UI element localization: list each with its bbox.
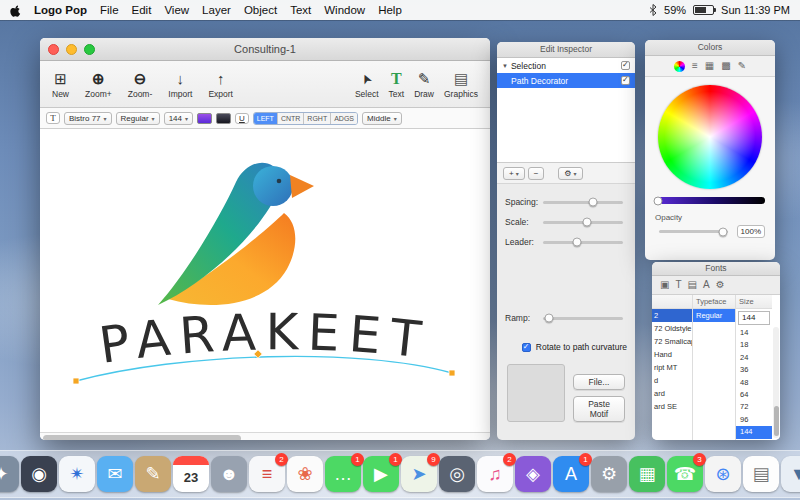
document-canvas[interactable]: PARAKEET	[40, 129, 490, 432]
dock-textedit[interactable]: ▤	[743, 456, 779, 492]
font-family-row[interactable]: ard	[652, 387, 692, 400]
toolbar-button[interactable]: ↓ Import	[168, 70, 192, 99]
size-input-field[interactable]: 144	[738, 311, 770, 325]
opacity-value-field[interactable]: 100%	[737, 225, 765, 238]
color-spectrum-tab-icon[interactable]	[721, 59, 730, 73]
dock-photo-booth[interactable]: ◉	[21, 456, 57, 492]
slider-thumb[interactable]	[583, 218, 592, 227]
font-style-select[interactable]: Regular	[116, 112, 160, 125]
color-wheel[interactable]	[658, 85, 762, 189]
brightness-slider[interactable]	[655, 197, 765, 204]
dock-settings[interactable]: ⚙	[591, 456, 627, 492]
font-size-row[interactable]: 144	[736, 426, 772, 438]
panel-title[interactable]: Colors	[645, 40, 775, 56]
fonts-collections-icon[interactable]	[660, 278, 669, 292]
menu-bar-clock[interactable]: Sun 11:39 PM	[721, 4, 790, 16]
font-family-row[interactable]: ript MT	[652, 361, 692, 374]
fonts-size-icon[interactable]	[703, 278, 710, 292]
color-pencils-tab-icon[interactable]	[738, 59, 746, 73]
font-family-row[interactable]: 72 Oldstyle	[652, 322, 692, 335]
toolbar-button[interactable]: ➤ Select	[355, 70, 379, 99]
font-family-row[interactable]: ard SE	[652, 400, 692, 413]
list-item-path-decorator[interactable]: Path Decorator	[497, 73, 635, 88]
dock-facetime[interactable]: ▶ 1	[363, 456, 399, 492]
dock-podcasts[interactable]: ◈	[515, 456, 551, 492]
menu-item[interactable]: Object	[244, 4, 277, 16]
panel-title[interactable]: Fonts	[652, 262, 780, 276]
paste-motif-button[interactable]: Paste Motif	[573, 396, 625, 422]
font-size-select[interactable]: 144	[164, 112, 193, 125]
toolbar-button[interactable]: ⊞ New	[52, 70, 69, 99]
font-size-row[interactable]: 24	[736, 352, 772, 364]
dock-itunes[interactable]: ♫ 2	[477, 456, 513, 492]
fonts-actions-icon[interactable]	[716, 278, 725, 292]
toolbar-button[interactable]: T Text	[389, 70, 405, 99]
slider-thumb[interactable]	[654, 196, 663, 205]
color-sliders-tab-icon[interactable]	[692, 59, 698, 73]
vertical-scrollbar[interactable]	[773, 327, 779, 438]
dock-numbers[interactable]: ▦	[629, 456, 665, 492]
scrollbar-thumb[interactable]	[774, 406, 779, 436]
dock-maps[interactable]: ➤ 9	[401, 456, 437, 492]
slider-thumb[interactable]	[718, 227, 727, 236]
stroke-color-well[interactable]	[216, 113, 231, 124]
slider[interactable]	[543, 221, 623, 224]
dock-calendar[interactable]: 23	[173, 456, 209, 492]
app-menu[interactable]: Logo Pop	[34, 4, 87, 16]
opacity-slider[interactable]	[659, 230, 728, 233]
font-size-row[interactable]: 36	[736, 364, 772, 376]
font-family-select[interactable]: Bistro 77	[64, 112, 112, 125]
font-size-row[interactable]: 72	[736, 401, 772, 413]
scrollbar-thumb[interactable]	[43, 435, 241, 440]
fonts-text-icon[interactable]	[675, 278, 681, 292]
visibility-checkbox[interactable]	[621, 61, 630, 70]
alignment-option[interactable]: LEFT	[254, 113, 278, 124]
window-titlebar[interactable]: Consulting-1	[40, 38, 490, 61]
list-item-selection[interactable]: ▼ Selection	[497, 58, 635, 73]
disclosure-triangle-icon[interactable]: ▼	[502, 63, 508, 69]
dock-messages[interactable]: … 1	[325, 456, 361, 492]
dock-browser[interactable]: ⊛	[705, 456, 741, 492]
logo-text[interactable]: PARAKEET	[96, 303, 433, 375]
dock-safari[interactable]: ✴	[59, 456, 95, 492]
dock-reminders[interactable]: ≡ 2	[249, 456, 285, 492]
dock-phone[interactable]: ☎ 3	[667, 456, 703, 492]
dock-notes[interactable]: ✎	[135, 456, 171, 492]
font-size-row[interactable]: 18	[736, 339, 772, 351]
menu-item[interactable]: File	[100, 4, 119, 16]
menu-item[interactable]: View	[164, 4, 189, 16]
color-wheel-tab-icon[interactable]	[674, 61, 685, 72]
toolbar-button[interactable]: ✎ Draw	[414, 70, 434, 99]
remove-decorator-button[interactable]: −	[528, 167, 545, 180]
slider-thumb[interactable]	[545, 314, 554, 323]
horizontal-scrollbar[interactable]	[40, 432, 490, 440]
slider[interactable]	[543, 201, 623, 204]
font-family-row[interactable]: 2	[652, 309, 692, 322]
font-family-row[interactable]: Hand	[652, 348, 692, 361]
dock-downloads[interactable]: ▼	[781, 456, 800, 492]
text-color-well[interactable]	[197, 113, 212, 124]
typeface-row-selected[interactable]: Regular	[693, 309, 735, 322]
font-family-row[interactable]: 72 Smalicap	[652, 335, 692, 348]
font-size-row[interactable]: 96	[736, 414, 772, 426]
menu-item[interactable]: Text	[290, 4, 311, 16]
slider[interactable]	[543, 241, 623, 244]
vertical-align-select[interactable]: Middle	[362, 112, 402, 125]
fonts-list-icon[interactable]	[688, 278, 697, 292]
menu-item[interactable]: Help	[378, 4, 402, 16]
toolbar-button[interactable]: ▤ Graphics	[444, 70, 478, 99]
dock-camera[interactable]: ◎	[439, 456, 475, 492]
visibility-checkbox[interactable]	[621, 76, 630, 85]
font-size-row[interactable]: 14	[736, 327, 772, 339]
menu-item[interactable]: Edit	[132, 4, 152, 16]
motif-preview-well[interactable]	[507, 364, 565, 422]
ramp-slider[interactable]	[543, 317, 623, 320]
bluetooth-icon[interactable]	[649, 4, 657, 16]
rotate-to-path-checkbox[interactable]	[522, 343, 531, 352]
slider-thumb[interactable]	[572, 238, 581, 247]
toolbar-button[interactable]: ⊖ Zoom-	[128, 70, 153, 99]
dock-mail[interactable]: ✉	[97, 456, 133, 492]
alignment-option[interactable]: ADGS	[331, 113, 357, 124]
slider-thumb[interactable]	[588, 198, 597, 207]
font-size-row[interactable]: 64	[736, 389, 772, 401]
